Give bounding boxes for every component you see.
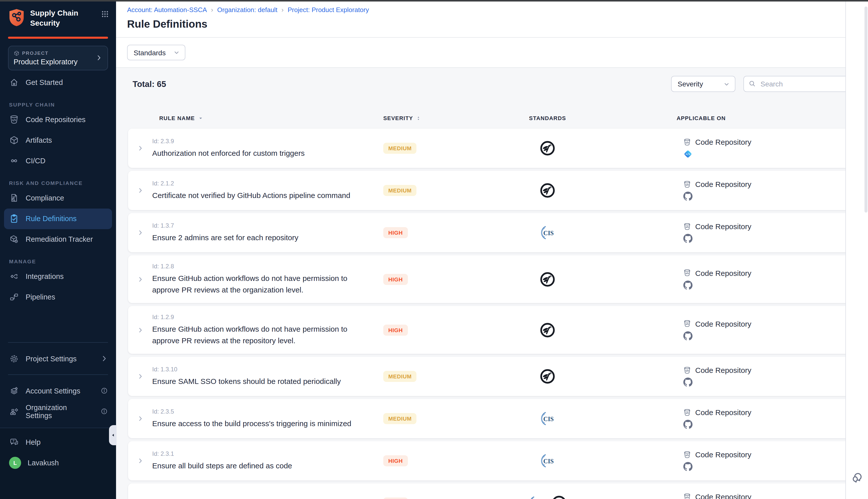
cis-standard-icon: [528, 495, 545, 499]
sidebar-item-label: Account Settings: [26, 387, 80, 395]
info-icon[interactable]: [101, 407, 108, 415]
sidebar-nav: Get Started SUPPLY CHAIN Code Repositori…: [0, 72, 116, 307]
code-repository-icon: [683, 408, 691, 416]
project-name: Product Exploratory: [14, 58, 96, 65]
expand-chevron-icon[interactable]: [137, 144, 144, 152]
user-name: Lavakush: [28, 459, 59, 466]
severity-badge: HIGH: [383, 227, 408, 238]
breadcrumb-project[interactable]: Project: Product Exploratory: [288, 6, 369, 14]
table-row[interactable]: Id: 2.3.5 Ensure access to the build pro…: [128, 399, 855, 438]
expand-chevron-icon[interactable]: [137, 373, 144, 380]
severity-badge: HIGH: [383, 273, 408, 285]
github-icon: [683, 462, 693, 471]
sidebar-footer: Help L Lavakush: [0, 428, 116, 499]
sidebar-item-artifacts[interactable]: Artifacts: [0, 130, 116, 150]
sidebar-item-get-started[interactable]: Get Started: [0, 72, 116, 93]
code-repository-icon: [683, 180, 691, 188]
rule-id: Id: 1.2.8: [152, 263, 369, 270]
code-repository-icon: [683, 269, 691, 277]
sidebar-item-compliance[interactable]: Compliance: [0, 188, 116, 208]
expand-chevron-icon[interactable]: [137, 326, 144, 334]
severity-badge: HIGH: [383, 455, 408, 466]
project-selector[interactable]: PROJECT Product Exploratory: [8, 46, 108, 70]
code-repository-icon: [683, 222, 691, 230]
pipelines-icon: [9, 292, 19, 302]
user-menu[interactable]: L Lavakush: [0, 452, 116, 473]
applicable-on-label: Code Repository: [695, 138, 751, 146]
integrations-icon: [9, 271, 19, 281]
breadcrumb-account[interactable]: Account: Automation-SSCA: [127, 6, 207, 14]
rule-id: Id: 2.1.2: [152, 180, 369, 187]
table-row[interactable]: Id: 1.3.10 Ensure SAML SSO tokens should…: [128, 357, 855, 396]
app-window: Supply Chain Security PROJECT Product Ex…: [0, 0, 868, 499]
severity-filter-dropdown[interactable]: Severity: [671, 76, 735, 92]
sidebar-item-organization-settings[interactable]: Organization Settings: [0, 401, 116, 422]
rules-list: Id: 2.3.9 Authorization not enforced for…: [128, 129, 855, 499]
owasp-standard-icon: [539, 140, 556, 156]
column-header-rule-name[interactable]: RULE NAME: [152, 115, 379, 121]
sidebar-item-help[interactable]: Help: [0, 432, 116, 452]
sidebar-divider: [8, 342, 108, 343]
sidebar-item-integrations[interactable]: Integrations: [0, 266, 116, 287]
chevron-down-icon: [723, 81, 730, 87]
total-count: Total: 65: [133, 79, 166, 89]
scrollbar[interactable]: [865, 7, 868, 212]
sidebar-item-label: Compliance: [26, 194, 64, 202]
rule-name: Ensure SAML SSO tokens should be rotated…: [152, 376, 369, 387]
expand-chevron-icon[interactable]: [137, 186, 144, 194]
table-row[interactable]: Id: 1.3.7 Ensure 2 admins are set for ea…: [128, 213, 855, 252]
sort-up-down-icon: [416, 115, 421, 121]
app-grid-icon[interactable]: [101, 10, 109, 18]
info-icon[interactable]: [100, 387, 108, 394]
breadcrumb-organization[interactable]: Organization: default: [217, 6, 277, 14]
search-input[interactable]: [743, 76, 851, 92]
table-row[interactable]: Id: 2.3.1 Ensure all build steps are def…: [128, 441, 855, 480]
home-icon: [9, 77, 19, 87]
rule-id: Id: 1.3.10: [152, 366, 369, 373]
code-repository-icon: [683, 320, 691, 328]
help-label: Help: [26, 438, 41, 446]
column-header-severity[interactable]: SEVERITY: [379, 115, 470, 121]
document-search-icon: [9, 193, 19, 203]
rule-name: Ensure access to the build process's tri…: [152, 418, 369, 429]
sidebar-divider: [8, 374, 108, 375]
sidebar-item-remediation-tracker[interactable]: Remediation Tracker: [0, 229, 116, 250]
rule-name: Ensure GitHub action workflows do not ha…: [152, 324, 369, 346]
severity-badge: MEDIUM: [383, 143, 417, 154]
support-chat-button[interactable]: [850, 470, 865, 485]
severity-badge: HIGH: [383, 498, 408, 499]
expand-chevron-icon[interactable]: [137, 275, 144, 283]
sidebar-collapse-handle[interactable]: [109, 425, 116, 445]
brand-accent-divider: [8, 37, 108, 38]
table-row[interactable]: Id: 2.3.9 Authorization not enforced for…: [128, 129, 855, 168]
rule-id: Id: 1.2.9: [152, 314, 369, 320]
table-header: RULE NAME SEVERITY STANDARDS APPLICABLE …: [128, 113, 855, 123]
repo-bucket-icon: [9, 114, 19, 125]
sidebar-item-pipelines[interactable]: Pipelines: [0, 287, 116, 307]
github-icon: [683, 331, 693, 340]
sidebar-item-account-settings[interactable]: Account Settings: [0, 380, 116, 401]
table-row[interactable]: Id: 1.1.9 HIGH Code Repository: [128, 484, 855, 499]
supply-chain-security-logo-icon: [8, 8, 25, 27]
layers-gear-icon: [9, 386, 19, 396]
severity-badge: HIGH: [383, 324, 408, 336]
collapse-left-icon: [111, 433, 115, 437]
table-row[interactable]: Id: 1.2.9 Ensure GitHub action workflows…: [128, 306, 855, 354]
rule-id: Id: 2.3.9: [152, 138, 369, 145]
sidebar-item-label: Integrations: [26, 272, 64, 280]
package-icon: [9, 135, 19, 145]
sidebar-item-cicd[interactable]: CI/CD: [0, 150, 116, 171]
expand-chevron-icon[interactable]: [137, 457, 144, 465]
rule-name: Authorization not enforced for custom tr…: [152, 148, 369, 159]
table-row[interactable]: Id: 2.1.2 Certificate not verified by Gi…: [128, 171, 855, 210]
sidebar-item-rule-definitions[interactable]: Rule Definitions: [4, 208, 112, 229]
sort-caret-down-icon: [198, 115, 203, 121]
column-header-standards: STANDARDS: [470, 115, 625, 121]
expand-chevron-icon[interactable]: [137, 229, 144, 237]
sidebar-item-code-repositories[interactable]: Code Repositories: [0, 109, 116, 130]
table-row[interactable]: Id: 1.2.8 Ensure GitHub action workflows…: [128, 255, 855, 303]
sidebar-item-label: Get Started: [26, 78, 63, 86]
sidebar-item-project-settings[interactable]: Project Settings: [0, 348, 116, 369]
expand-chevron-icon[interactable]: [137, 415, 144, 423]
standards-filter-dropdown[interactable]: Standards: [127, 45, 185, 60]
